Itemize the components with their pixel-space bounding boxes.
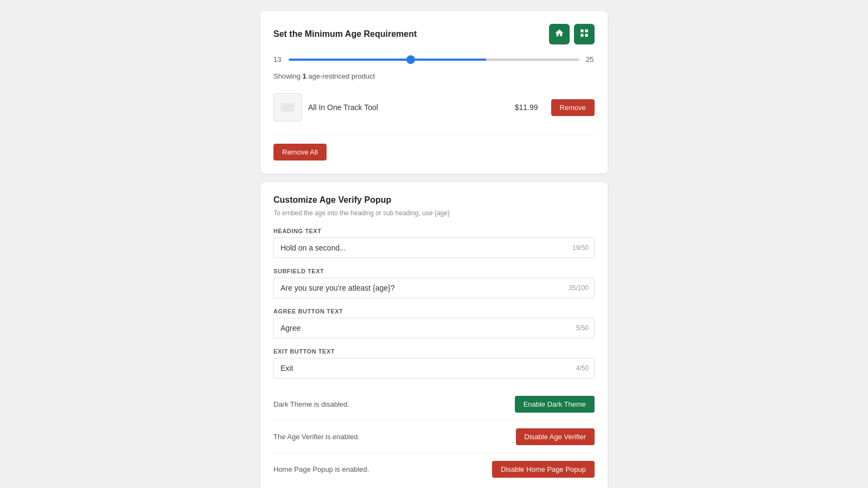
agree-button-text-counter: 5/50 — [576, 324, 589, 332]
home-page-popup-row: Home Page Popup is enabled. Disable Home… — [273, 453, 595, 485]
product-row: All In One Track Tool $11.99 Remove — [273, 89, 595, 126]
product-thumbnail — [273, 93, 302, 121]
heading-text-group: HEADING TEXT 19/50 — [273, 228, 595, 258]
exit-button-text-label: EXIT BUTTON TEXT — [273, 348, 595, 355]
showing-count: 1 — [302, 72, 306, 80]
product-price: $11.99 — [515, 103, 538, 112]
slider-max-label: 25 — [586, 55, 595, 63]
subfield-text-label: SUBFIELD TEXT — [273, 268, 595, 274]
heading-text-label: HEADING TEXT — [273, 228, 595, 234]
age-card-title: Set the Minimum Age Requirement — [273, 29, 417, 39]
remove-all-button[interactable]: Remove All — [273, 144, 327, 160]
svg-rect-2 — [283, 108, 288, 109]
agree-button-text-label: AGREE BUTTON TEXT — [273, 308, 595, 314]
exit-button-text-group: EXIT BUTTON TEXT 4/50 — [273, 348, 595, 378]
grid-icon — [579, 28, 589, 40]
heading-text-input-wrap: 19/50 — [273, 237, 595, 258]
home-page-popup-status: Home Page Popup is enabled. — [273, 465, 369, 473]
exit-button-text-counter: 4/50 — [576, 364, 589, 372]
exit-button-text-input[interactable] — [274, 358, 594, 378]
age-verifier-status: The Age Verifier is enabled. — [273, 433, 360, 441]
exit-button-text-input-wrap: 4/50 — [273, 358, 595, 378]
dark-theme-row: Dark Theme is disabled. Enable Dark Them… — [273, 388, 595, 421]
agree-button-text-input-wrap: 5/50 — [273, 318, 595, 338]
age-requirement-card: Set the Minimum Age Requirement 13 2 — [260, 11, 608, 174]
remove-product-button[interactable]: Remove — [551, 99, 595, 116]
hint-text: To embed the age into the heading or sub… — [273, 209, 595, 217]
heading-text-counter: 19/50 — [572, 244, 589, 252]
divider — [273, 134, 595, 135]
age-verifier-row: The Age Verifier is enabled. Disable Age… — [273, 421, 595, 453]
dark-theme-status: Dark Theme is disabled. — [273, 400, 349, 408]
svg-rect-1 — [283, 106, 292, 107]
disable-home-page-popup-button[interactable]: Disable Home Page Popup — [492, 461, 595, 478]
heading-text-input[interactable] — [274, 238, 594, 258]
age-slider-row: 13 25 — [273, 55, 595, 63]
showing-text: Showing 1 age-restriced product — [273, 72, 595, 80]
agree-button-text-input[interactable] — [274, 318, 594, 338]
header-icon-buttons — [549, 24, 595, 44]
grid-icon-button[interactable] — [574, 24, 595, 44]
subfield-text-group: SUBFIELD TEXT 35/100 — [273, 268, 595, 298]
subfield-text-input-wrap: 35/100 — [273, 278, 595, 298]
agree-button-text-group: AGREE BUTTON TEXT 5/50 — [273, 308, 595, 338]
showing-suffix: age-restriced product — [307, 72, 375, 80]
age-slider[interactable] — [289, 59, 579, 61]
customize-popup-card: Customize Age Verify Popup To embed the … — [260, 182, 608, 488]
subfield-text-counter: 35/100 — [569, 284, 589, 292]
showing-prefix: Showing — [273, 72, 302, 80]
enable-dark-theme-button[interactable]: Enable Dark Theme — [515, 396, 595, 413]
slider-min-label: 13 — [273, 55, 282, 63]
svg-rect-0 — [281, 104, 293, 111]
card-header: Set the Minimum Age Requirement — [273, 24, 595, 44]
home-icon-button[interactable] — [549, 24, 570, 44]
disable-age-verifier-button[interactable]: Disable Age Verifier — [516, 428, 595, 445]
subfield-text-input[interactable] — [274, 278, 594, 298]
remove-all-row: Remove All — [273, 144, 595, 160]
customize-title: Customize Age Verify Popup — [273, 195, 595, 205]
home-icon — [554, 28, 564, 40]
product-name: All In One Track Tool — [308, 103, 508, 112]
